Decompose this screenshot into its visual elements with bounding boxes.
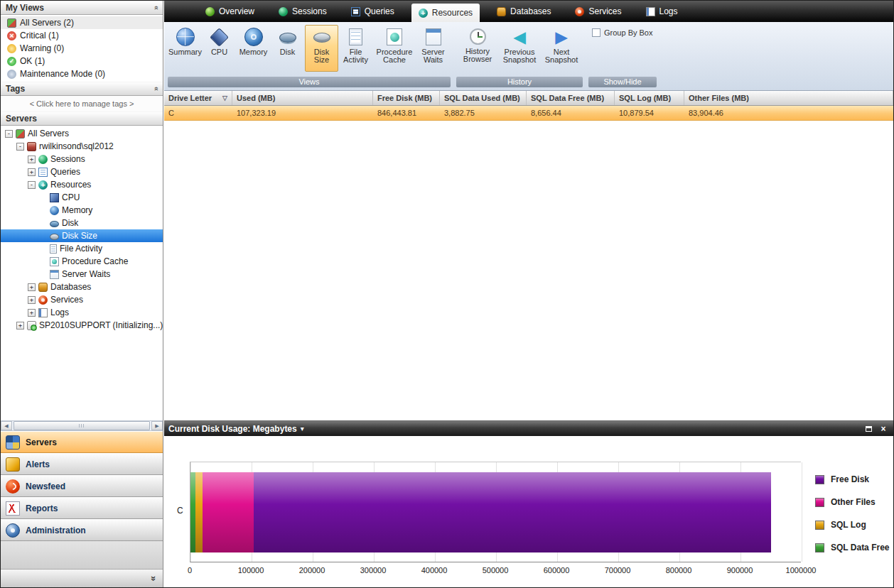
grid-empty-area [164, 121, 893, 420]
cpu-icon [50, 193, 59, 202]
grid-cell: C [164, 106, 232, 120]
scroll-right-icon[interactable]: ▶ [151, 421, 163, 430]
column-header-free-disk-mb[interactable]: Free Disk (MB) [373, 91, 440, 105]
legend-label: Free Disk [831, 474, 869, 484]
tree-item-disk[interactable]: Disk [1, 217, 163, 229]
column-header-sql-data-free-mb[interactable]: SQL Data Free (MB) [527, 91, 615, 105]
nav-servers[interactable]: Servers [1, 431, 163, 453]
tags-header[interactable]: Tags » [1, 82, 163, 96]
configure-buttons-icon[interactable]: » [149, 576, 159, 581]
column-header-used-mb[interactable]: Used (MB) [232, 91, 373, 105]
tab-resources[interactable]: Resources [411, 4, 480, 22]
horizontal-scrollbar[interactable]: ◀ ▶ [1, 420, 163, 431]
tab-label: Sessions [292, 6, 327, 16]
tree-expander-icon[interactable]: + [28, 296, 36, 304]
column-header-drive-letter[interactable]: Drive Letter▽ [164, 91, 232, 105]
tree-item-queries[interactable]: +Queries [1, 165, 163, 178]
ribbon-button-label: Next Snapshot [542, 48, 581, 64]
disk-icon [50, 221, 59, 227]
tab-services[interactable]: Services [568, 1, 628, 22]
ribbon-button-disk[interactable]: Disk [271, 25, 304, 72]
my-views-item-all-servers-2[interactable]: All Servers (2) [1, 16, 163, 29]
ribbon-button-procedure-cache[interactable]: Procedure Cache [373, 25, 416, 72]
overview-icon [205, 7, 215, 16]
nav-alerts[interactable]: Alerts [1, 453, 163, 475]
tree-item-sp2010support-initializing[interactable]: +SP2010SUPPORT (Initializing...) [1, 319, 163, 332]
tree-item-file-activity[interactable]: File Activity [1, 242, 163, 255]
tree-expander-icon[interactable]: + [28, 168, 36, 176]
manage-tags-link[interactable]: < Click here to manage tags > [1, 96, 163, 111]
close-button[interactable]: × [878, 424, 889, 434]
nav-newsfeed[interactable]: Newsfeed [1, 475, 163, 497]
scroll-left-icon[interactable]: ◀ [1, 421, 12, 430]
ribbon-button-memory[interactable]: Memory [237, 25, 270, 72]
my-views-item-maintenance-mode-0[interactable]: Maintenance Mode (0) [1, 67, 163, 80]
x-tick-label: 400000 [421, 566, 448, 575]
group-by-box-option[interactable]: Group By Box [592, 28, 652, 37]
ribbon-button-cpu[interactable]: CPU [203, 25, 236, 72]
column-header-sql-data-used-mb[interactable]: SQL Data Used (MB) [440, 91, 527, 105]
maintenance-icon [7, 70, 16, 79]
x-tick-label: 0 [188, 566, 192, 575]
tree-expander-icon[interactable]: - [5, 130, 13, 138]
tab-sessions[interactable]: Sessions [271, 1, 334, 22]
tab-overview[interactable]: Overview [198, 1, 262, 22]
tree-item-rwilkinsond-sql2012[interactable]: -rwilkinsond\sql2012 [1, 140, 163, 153]
tree-item-resources[interactable]: -Resources [1, 178, 163, 191]
legend-item-free-disk: Free Disk [815, 472, 889, 487]
column-header-sql-log-mb[interactable]: SQL Log (MB) [615, 91, 684, 105]
ribbon-button-file-activity[interactable]: File Activity [339, 25, 372, 72]
x-tick-label: 100000 [238, 566, 264, 575]
servers-panel-header[interactable]: Servers [1, 111, 163, 126]
tree-expander-icon[interactable]: + [16, 322, 24, 330]
collapse-chevron-icon[interactable]: » [151, 6, 160, 10]
scrollbar-track[interactable] [13, 421, 151, 430]
sort-indicator-icon: ▽ [222, 94, 227, 102]
tree-item-sessions[interactable]: +Sessions [1, 153, 163, 165]
tab-databases[interactable]: Databases [490, 1, 558, 22]
scrollbar-thumb[interactable] [14, 421, 150, 430]
legend-swatch [815, 498, 824, 507]
ribbon-button-previous-snapshot[interactable]: Previous Snapshot [499, 25, 540, 72]
tree-expander-icon[interactable]: + [28, 156, 36, 163]
ribbon-button-next-snapshot[interactable]: Next Snapshot [541, 25, 582, 72]
grid-cell: 10,879.54 [615, 106, 684, 120]
ribbon-button-history-browser[interactable]: History Browser [457, 25, 498, 72]
tree-expander-icon[interactable]: - [28, 181, 36, 189]
my-views-item-warning-0[interactable]: Warning (0) [1, 42, 163, 55]
my-views-header[interactable]: My Views » [1, 1, 163, 15]
x-tick-label: 700000 [605, 566, 631, 575]
tree-item-databases[interactable]: +Databases [1, 281, 163, 293]
collapse-chevron-icon[interactable]: » [151, 87, 160, 91]
tab-queries[interactable]: Queries [344, 1, 402, 22]
ribbon-button-server-waits[interactable]: Server Waits [416, 25, 450, 72]
tree-item-cpu[interactable]: CPU [1, 191, 163, 204]
tree-item-services[interactable]: +Services [1, 293, 163, 306]
column-header-label: Drive Letter [168, 94, 212, 102]
grid-row[interactable]: C107,323.19846,443.813,882.758,656.4410,… [164, 106, 893, 121]
nav-administration[interactable]: Administration [1, 519, 163, 541]
restore-button[interactable] [863, 424, 874, 434]
my-views-item-critical-1[interactable]: Critical (1) [1, 29, 163, 42]
ribbon-button-label: Previous Snapshot [500, 48, 539, 64]
x-tick-label: 800000 [666, 566, 692, 575]
tree-item-server-waits[interactable]: Server Waits [1, 268, 163, 281]
tree-item-memory[interactable]: Memory [1, 204, 163, 217]
all-servers-icon [16, 129, 25, 138]
tree-item-logs[interactable]: +Logs [1, 306, 163, 319]
nav-reports[interactable]: Reports [1, 497, 163, 519]
group-by-box-checkbox[interactable] [592, 28, 601, 37]
tree-item-procedure-cache[interactable]: Procedure Cache [1, 255, 163, 268]
tree-item-all-servers[interactable]: -All Servers [1, 127, 163, 140]
tree-expander-icon[interactable]: + [28, 309, 36, 317]
my-views-item-ok-1[interactable]: OK (1) [1, 55, 163, 67]
column-header-other-files-mb[interactable]: Other Files (MB) [684, 91, 893, 105]
ribbon-button-label: Memory [239, 48, 268, 56]
ribbon-button-summary[interactable]: Summary [168, 25, 202, 72]
tree-item-disk-size[interactable]: Disk Size [1, 229, 163, 242]
chart-title-dropdown-icon[interactable]: ▾ [301, 425, 304, 432]
tab-logs[interactable]: Logs [639, 1, 685, 22]
tree-expander-icon[interactable]: - [16, 143, 24, 151]
tree-expander-icon[interactable]: + [28, 283, 36, 291]
ribbon-button-disk-size[interactable]: Disk Size [305, 25, 338, 72]
